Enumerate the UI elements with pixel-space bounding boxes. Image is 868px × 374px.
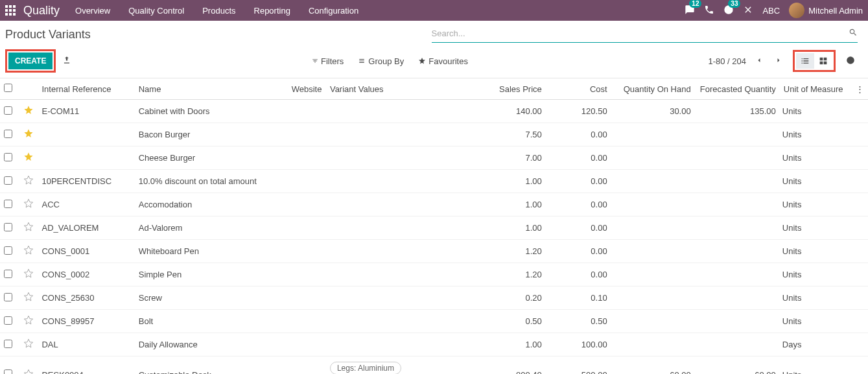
create-button[interactable]: CREATE <box>8 53 53 69</box>
favourite-star-icon[interactable] <box>23 318 34 327</box>
favourite-star-icon[interactable] <box>23 154 34 164</box>
favourite-star-icon[interactable] <box>23 341 34 351</box>
group-by-button[interactable]: Group By <box>358 56 404 66</box>
select-all-checkbox[interactable] <box>4 84 12 92</box>
cell-forecasted-quantity <box>695 123 780 146</box>
cell-internal-reference: CONS_89957 <box>38 310 134 333</box>
favourite-star-icon[interactable] <box>23 201 34 211</box>
table-row[interactable]: CONS_0001Whiteboard Pen1.200.00Units <box>0 240 868 263</box>
table-row[interactable]: 10PERCENTDISC10.0% discount on total amo… <box>0 170 868 193</box>
cell-unit-of-measure: Units <box>780 263 852 286</box>
highlight-view-switch <box>793 50 836 72</box>
nav-reporting[interactable]: Reporting <box>254 6 290 16</box>
table-row[interactable]: DESK0004Customizable DeskLegs: Aluminium… <box>0 356 868 375</box>
nav-configuration[interactable]: Configuration <box>309 6 358 16</box>
nav-overview[interactable]: Overview <box>75 6 110 16</box>
row-checkbox[interactable] <box>4 369 12 374</box>
cell-website <box>288 216 326 240</box>
row-checkbox[interactable] <box>4 293 12 301</box>
cell-sales-price: 1.20 <box>467 240 546 263</box>
row-checkbox[interactable] <box>4 316 12 325</box>
row-checkbox[interactable] <box>4 130 12 138</box>
table-row[interactable]: CONS_89957Bolt0.500.50Units <box>0 310 868 333</box>
favourite-star-icon[interactable] <box>23 248 34 257</box>
row-checkbox[interactable] <box>4 270 12 278</box>
row-checkbox[interactable] <box>4 200 12 208</box>
highlight-create: CREATE <box>5 49 56 73</box>
col-variant-values[interactable]: Variant Values <box>326 78 467 100</box>
row-checkbox[interactable] <box>4 176 12 185</box>
favourite-star-icon[interactable] <box>23 178 34 187</box>
filters-button[interactable]: Filters <box>312 56 344 66</box>
table-row[interactable]: CONS_0002Simple Pen1.200.00Units <box>0 263 868 286</box>
activities-icon[interactable]: 33 <box>723 5 734 17</box>
search-icon[interactable] <box>849 28 858 39</box>
cell-variant-values: Legs: AluminiumColour: Black <box>326 356 467 375</box>
table-row[interactable]: Cheese Burger7.000.00Units <box>0 146 868 170</box>
table-row[interactable]: E-COM11Cabinet with Doors140.00120.5030.… <box>0 100 868 123</box>
favourite-star-icon[interactable] <box>23 224 34 234</box>
row-checkbox[interactable] <box>4 153 12 161</box>
row-checkbox[interactable] <box>4 223 12 231</box>
cell-sales-price: 7.50 <box>467 123 546 146</box>
activities-badge: 33 <box>728 0 740 8</box>
user-menu[interactable]: Mitchell Admin <box>789 3 863 18</box>
col-website[interactable]: Website <box>288 78 326 100</box>
favourite-star-icon[interactable] <box>23 108 34 117</box>
cell-quantity-on-hand: 30.00 <box>611 100 695 123</box>
cell-quantity-on-hand <box>611 310 695 333</box>
cell-quantity-on-hand <box>611 170 695 193</box>
company-name[interactable]: ABC <box>762 6 780 16</box>
table-row[interactable]: AD_VALOREMAd-Valorem1.000.00Units <box>0 216 868 240</box>
nav-quality-control[interactable]: Quality Control <box>128 6 184 16</box>
close-icon[interactable] <box>743 5 753 17</box>
cell-sales-price: 1.00 <box>467 170 546 193</box>
row-checkbox[interactable] <box>4 106 12 115</box>
cell-variant-values <box>326 240 467 263</box>
table-header-row: Internal Reference Name Website Variant … <box>0 78 868 100</box>
import-icon[interactable] <box>62 56 71 67</box>
cell-website <box>288 146 326 170</box>
cell-cost: 0.00 <box>546 216 611 240</box>
cell-variant-values <box>326 263 467 286</box>
kanban-view-button[interactable] <box>814 53 832 69</box>
search-input[interactable] <box>432 26 849 41</box>
table-row[interactable]: ACCAccomodation1.000.00Units <box>0 193 868 216</box>
favourite-star-icon[interactable] <box>23 294 34 304</box>
cell-unit-of-measure: Units <box>780 356 852 375</box>
col-forecasted-quantity[interactable]: Forecasted Quantity <box>695 78 780 100</box>
apps-icon[interactable] <box>5 5 16 16</box>
col-name[interactable]: Name <box>135 78 288 100</box>
cell-internal-reference: DAL <box>38 333 134 356</box>
cell-forecasted-quantity <box>695 216 780 240</box>
cell-forecasted-quantity: 60.00 <box>695 356 780 375</box>
cell-internal-reference: E-COM11 <box>38 100 134 123</box>
cell-website <box>288 123 326 146</box>
table-row[interactable]: CONS_25630Screw0.200.10Units <box>0 286 868 310</box>
discuss-icon[interactable]: 12 <box>685 5 695 17</box>
phone-icon[interactable] <box>704 5 714 17</box>
col-internal-reference[interactable]: Internal Reference <box>38 78 134 100</box>
table-row[interactable]: Bacon Burger7.500.00Units <box>0 123 868 146</box>
list-view-button[interactable] <box>796 53 814 69</box>
nav-products[interactable]: Products <box>202 6 235 16</box>
activity-view-button[interactable] <box>843 53 858 69</box>
table-row[interactable]: DALDaily Allowance1.00100.00Days <box>0 333 868 356</box>
pager-next-icon[interactable] <box>772 54 785 69</box>
col-sales-price[interactable]: Sales Price <box>467 78 546 100</box>
favourite-star-icon[interactable] <box>23 131 34 141</box>
row-checkbox[interactable] <box>4 340 12 348</box>
pager-prev-icon[interactable] <box>753 54 766 69</box>
cell-quantity-on-hand <box>611 286 695 310</box>
favourite-star-icon[interactable] <box>23 371 34 375</box>
col-quantity-on-hand[interactable]: Quantity On Hand <box>611 78 695 100</box>
col-unit-of-measure[interactable]: Unit of Measure <box>780 78 852 100</box>
cell-sales-price: 1.00 <box>467 193 546 216</box>
nav-items: Overview Quality Control Products Report… <box>75 6 358 16</box>
col-options-icon[interactable]: ⋮ <box>852 78 868 100</box>
cell-internal-reference <box>38 123 134 146</box>
favourite-star-icon[interactable] <box>23 271 34 281</box>
col-cost[interactable]: Cost <box>546 78 611 100</box>
favourites-button[interactable]: Favourites <box>418 56 468 66</box>
row-checkbox[interactable] <box>4 246 12 255</box>
